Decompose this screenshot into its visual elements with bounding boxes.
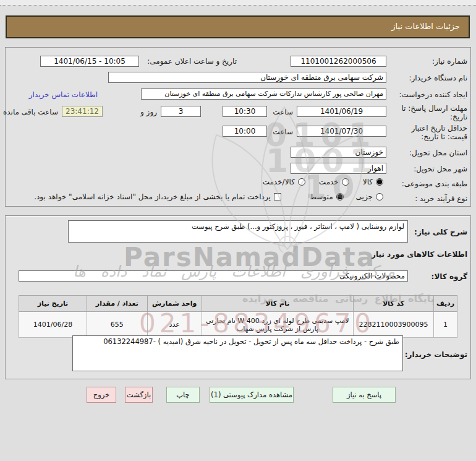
radio-unselected-icon[interactable] bbox=[342, 178, 349, 186]
goods-table-column-header: واحد شمارش bbox=[147, 296, 202, 312]
radio-option-label: متوسط bbox=[310, 192, 333, 201]
goods-table-cell: 1 bbox=[434, 312, 457, 338]
page-title: جزئیات اطلاعات نیاز bbox=[6, 15, 470, 38]
goods-table-row: 12282110003900095لامپ سدیمی طرح لوله ای … bbox=[19, 312, 457, 338]
buyer-org-label: نام دستگاه خریدار: bbox=[409, 74, 468, 82]
delivery-city-label: شهر محل تحویل: bbox=[414, 165, 467, 173]
goods-table-cell: لامپ سدیمی طرح لوله ای زرد 400 W نام تجا… bbox=[202, 312, 353, 338]
delivery-province-label: استان محل تحویل: bbox=[409, 149, 467, 157]
need-details-page: جزئیات اطلاعات نیاز شماره نیاز: 11010012… bbox=[0, 0, 476, 461]
reply-deadline-time-input[interactable]: 10:30 bbox=[223, 106, 267, 117]
radio-option-label: کالا bbox=[363, 178, 373, 186]
view-attached-documents-button[interactable]: مشاهده مدارک پیوستی (1) bbox=[210, 387, 294, 403]
goods-table-cell: 2282110003900095 bbox=[354, 312, 434, 338]
request-creator-input[interactable]: مهران صالحی پور کارشناس تدارکات شرکت سها… bbox=[141, 88, 386, 100]
goods-table-column-header: ردیف bbox=[434, 296, 457, 312]
need-number-input[interactable]: 1101001262000506 bbox=[291, 56, 386, 67]
reply-deadline-hour-label: ساعت bbox=[273, 108, 293, 116]
radio-option[interactable]: خدمت bbox=[319, 178, 349, 186]
need-description-label: شرح کلی نیاز: bbox=[414, 228, 467, 236]
radio-option-label: کالا/خدمت bbox=[263, 178, 295, 186]
radio-unselected-icon[interactable] bbox=[298, 178, 305, 186]
goods-table-column-header: تعداد / مقدار bbox=[87, 296, 147, 312]
buyer-notes-textarea[interactable]: طبق شرح - پرداخت حداقل سه ماه پس از تحوی… bbox=[72, 335, 403, 371]
goods-table-cell: عدد bbox=[147, 312, 202, 338]
announce-datetime-label: تاریخ و ساعت اعلان عمومی: bbox=[147, 57, 237, 66]
delivery-city-input[interactable]: اهواز bbox=[291, 163, 386, 174]
radio-option[interactable]: جزیی bbox=[356, 192, 383, 201]
price-validity-time-input[interactable]: 10:00 bbox=[223, 126, 267, 137]
radio-selected-icon[interactable] bbox=[376, 178, 383, 186]
goods-table-cell: 1401/06/28 bbox=[19, 312, 87, 338]
process-type-row: جزییمتوسط پرداخت تمام یا بخشی از مبلغ خر… bbox=[34, 192, 383, 201]
price-validity-label: حداقل تاریخ اعتبار قیمت: تا تاریخ: bbox=[398, 124, 467, 141]
need-number-label: شماره نیاز: bbox=[432, 57, 467, 66]
goods-table-column-header: نام کالا bbox=[202, 296, 353, 312]
radio-option[interactable]: متوسط bbox=[310, 192, 344, 201]
remaining-days-label: روز و bbox=[140, 108, 157, 116]
request-creator-label: ایجاد کننده درخواست: bbox=[399, 90, 467, 99]
goods-group-input[interactable]: محصولات الکترونیکی bbox=[19, 270, 408, 282]
buyer-notes-label: توضیحات خریدار: bbox=[405, 350, 467, 359]
process-type-label: نوع فرآیند خرید : bbox=[415, 194, 467, 203]
goods-table-column-header: تاریخ نیاز bbox=[19, 296, 87, 312]
buyer-org-input[interactable]: شرکت سهامی برق منطقه ای خوزستان bbox=[108, 72, 386, 83]
goods-table-cell: 655 bbox=[87, 312, 147, 338]
radio-selected-icon[interactable] bbox=[336, 193, 344, 200]
classification-label: طبقه بندی موضوعی: bbox=[402, 179, 467, 188]
goods-group-label: گروه کالا: bbox=[431, 272, 467, 281]
radio-unselected-icon[interactable] bbox=[376, 193, 383, 200]
classification-options: کالاخدمتکالا/خدمت bbox=[263, 178, 383, 186]
remaining-time-countdown: 23:41:12 bbox=[62, 106, 103, 117]
buyer-contact-link[interactable]: اطلاعات تماس خریدار bbox=[29, 90, 98, 99]
print-button[interactable]: چاپ bbox=[166, 387, 200, 403]
delivery-province-input[interactable]: خوزستان bbox=[291, 147, 386, 158]
treasury-payment-label: پرداخت تمام یا بخشی از مبلغ خرید،از محل … bbox=[34, 192, 271, 201]
process-type-options: جزییمتوسط bbox=[310, 192, 383, 201]
goods-table-column-header: کد کالا bbox=[354, 296, 434, 312]
radio-option[interactable]: کالا/خدمت bbox=[263, 178, 305, 186]
goods-table-header-row: ردیفکد کالانام کالاواحد شمارشتعداد / مقد… bbox=[19, 296, 457, 312]
remaining-days-input[interactable]: 3 bbox=[161, 106, 201, 117]
goods-section-title: اطلاعات کالاهای مورد نیاز bbox=[372, 250, 467, 259]
price-validity-hour-label: ساعت bbox=[273, 127, 293, 136]
goods-table: ردیفکد کالانام کالاواحد شمارشتعداد / مقد… bbox=[19, 295, 457, 338]
reply-to-need-button[interactable]: پاسخ به نیاز bbox=[333, 387, 396, 403]
radio-option-label: خدمت bbox=[319, 178, 339, 186]
price-validity-date-input[interactable]: 1401/07/30 bbox=[297, 126, 386, 137]
announce-datetime-input[interactable]: 1401/06/15 - 10:05 bbox=[40, 56, 139, 67]
need-description-textarea[interactable]: لوازم روشنایی ( لامپ ، استاتر ، فیوز ، پ… bbox=[68, 220, 408, 243]
page-top-texture bbox=[0, 0, 476, 6]
remaining-hours-label: ساعت باقی مانده bbox=[3, 108, 58, 116]
radio-option-label: جزیی bbox=[356, 192, 373, 201]
treasury-payment-checkbox[interactable] bbox=[274, 193, 281, 200]
radio-option[interactable]: کالا bbox=[363, 178, 383, 186]
exit-button[interactable]: خروج bbox=[87, 387, 116, 403]
back-button[interactable]: بازگشت bbox=[125, 387, 153, 403]
treasury-payment-option[interactable]: پرداخت تمام یا بخشی از مبلغ خرید،از محل … bbox=[34, 192, 281, 201]
reply-deadline-date-input[interactable]: 1401/06/19 bbox=[297, 106, 386, 117]
reply-deadline-label: مهلت ارسال پاسخ: تا تاریخ: bbox=[398, 104, 467, 121]
